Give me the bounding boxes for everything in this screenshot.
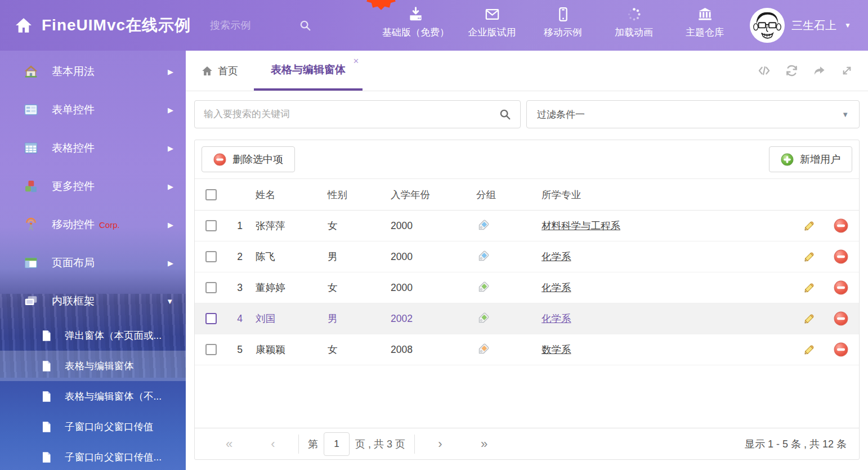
row-index: 5 bbox=[227, 344, 250, 356]
tab-bar: 首页 表格与编辑窗体 ✕ bbox=[186, 51, 868, 91]
refresh-icon[interactable] bbox=[785, 64, 798, 77]
row-gender: 男 bbox=[322, 312, 385, 325]
row-gender: 女 bbox=[322, 219, 385, 232]
next-page-icon[interactable]: › bbox=[418, 437, 462, 451]
add-user-button[interactable]: 新增用户 bbox=[769, 146, 852, 172]
table-row-selected[interactable]: 4 刘国 男 2002 化学系 bbox=[195, 303, 859, 334]
row-name: 董婷婷 bbox=[250, 281, 322, 294]
envelope-icon bbox=[485, 7, 500, 22]
tag-icon[interactable] bbox=[476, 219, 490, 232]
avatar bbox=[750, 8, 785, 43]
delete-icon[interactable] bbox=[834, 342, 848, 357]
chevron-down-icon: ▼ bbox=[842, 110, 849, 119]
sidebar-subitem-grid-edit-window[interactable]: 表格与编辑窗体 bbox=[0, 351, 186, 381]
edit-icon[interactable] bbox=[802, 311, 817, 326]
nav-item-theme-repo[interactable]: 主题仓库 bbox=[677, 7, 733, 39]
delete-icon[interactable] bbox=[834, 311, 848, 326]
table-row[interactable]: 1 张萍萍 女 2000 材料科学与工程系 bbox=[195, 211, 859, 241]
row-name: 张萍萍 bbox=[250, 219, 322, 232]
delete-icon[interactable] bbox=[834, 249, 848, 264]
cubes-icon bbox=[24, 179, 38, 194]
nav-item-enterprise-trial[interactable]: 企业版试用 bbox=[464, 7, 520, 39]
header-search-input[interactable] bbox=[210, 20, 294, 32]
tab-grid-edit-window[interactable]: 表格与编辑窗体 ✕ bbox=[254, 51, 363, 91]
page-icon bbox=[41, 360, 52, 372]
filter-value: 过滤条件一 bbox=[537, 108, 585, 121]
home-icon bbox=[202, 65, 213, 77]
col-name: 姓名 bbox=[250, 188, 322, 202]
sidebar-item-form-controls[interactable]: 表单控件 ▶ bbox=[0, 91, 186, 129]
select-all-checkbox[interactable] bbox=[205, 189, 217, 200]
chevron-right-icon: ▶ bbox=[168, 221, 173, 229]
row-gender: 女 bbox=[322, 281, 385, 294]
keyword-search bbox=[194, 100, 521, 128]
page-icon bbox=[41, 421, 52, 433]
tag-icon[interactable] bbox=[476, 312, 490, 325]
sidebar-item-mobile-controls[interactable]: 移动控件 Corp. ▶ bbox=[0, 205, 186, 244]
sidebar-item-iframe[interactable]: 内联框架 ▼ bbox=[0, 282, 186, 320]
row-checkbox[interactable] bbox=[205, 251, 217, 262]
last-page-icon[interactable]: » bbox=[462, 437, 506, 451]
sidebar-item-page-layout[interactable]: 页面布局 ▶ bbox=[0, 244, 186, 282]
tag-icon[interactable] bbox=[476, 250, 490, 263]
row-name: 刘国 bbox=[250, 312, 322, 325]
minus-circle-icon bbox=[213, 153, 226, 166]
phone-icon bbox=[556, 7, 571, 22]
sidebar-item-grid-controls[interactable]: 表格控件 ▶ bbox=[0, 129, 186, 167]
sidebar-subitem-child-to-parent-alt[interactable]: 子窗口向父窗口传值... bbox=[0, 442, 186, 470]
code-icon[interactable] bbox=[758, 64, 771, 77]
major-link[interactable]: 化学系 bbox=[542, 282, 571, 293]
table-row[interactable]: 2 陈飞 男 2000 化学系 bbox=[195, 241, 859, 272]
delete-selected-button[interactable]: 删除选中项 bbox=[202, 146, 295, 172]
expand-icon[interactable] bbox=[840, 64, 853, 77]
nav-item-loading-animation[interactable]: 加载动画 bbox=[606, 7, 662, 39]
row-checkbox[interactable] bbox=[205, 313, 217, 324]
sidebar-subitem-grid-edit-window-alt[interactable]: 表格与编辑窗体（不... bbox=[0, 381, 186, 411]
row-checkbox[interactable] bbox=[205, 282, 217, 293]
spinner-icon bbox=[627, 7, 642, 22]
filter-dropdown[interactable]: 过滤条件一 ▼ bbox=[526, 100, 860, 128]
tag-icon[interactable] bbox=[476, 343, 490, 356]
delete-icon[interactable] bbox=[834, 280, 848, 295]
major-link[interactable]: 化学系 bbox=[542, 251, 571, 262]
keyword-search-input[interactable] bbox=[204, 109, 499, 120]
table-row[interactable]: 5 康颖颖 女 2008 数学系 bbox=[195, 334, 859, 365]
delete-icon[interactable] bbox=[834, 218, 848, 233]
tab-home[interactable]: 首页 bbox=[186, 51, 254, 91]
tag-icon[interactable] bbox=[476, 281, 490, 294]
page-icon bbox=[41, 330, 52, 342]
chevron-right-icon: ▶ bbox=[168, 106, 173, 114]
record-summary: 显示 1 - 5 条 , 共 12 条 bbox=[745, 437, 847, 451]
close-icon[interactable]: ✕ bbox=[353, 57, 359, 65]
row-checkbox[interactable] bbox=[205, 344, 217, 355]
tab-actions bbox=[758, 51, 868, 91]
search-icon[interactable] bbox=[299, 19, 311, 32]
brand[interactable]: FineUIMvc在线示例 bbox=[0, 15, 191, 36]
table-row[interactable]: 3 董婷婷 女 2000 化学系 bbox=[195, 272, 859, 303]
major-link[interactable]: 材料科学与工程系 bbox=[542, 220, 620, 231]
page-icon bbox=[41, 451, 52, 463]
edit-icon[interactable] bbox=[802, 342, 817, 357]
major-link[interactable]: 数学系 bbox=[542, 344, 571, 355]
header-search[interactable] bbox=[210, 19, 325, 32]
edit-icon[interactable] bbox=[802, 280, 817, 295]
sidebar-item-basic-usage[interactable]: 基本用法 ▶ bbox=[0, 52, 186, 91]
prev-page-icon[interactable]: ‹ bbox=[251, 437, 295, 451]
share-icon[interactable] bbox=[813, 64, 826, 77]
major-link[interactable]: 化学系 bbox=[542, 313, 571, 324]
nav-item-basic-edition[interactable]: FREE! 基础版（免费） bbox=[382, 7, 449, 39]
page-content: 过滤条件一 ▼ 删除选中项 新增用户 bbox=[186, 91, 868, 460]
sidebar-subitem-popup-window[interactable]: 弹出窗体（本页面或... bbox=[0, 320, 186, 351]
nav-item-mobile-demo[interactable]: 移动示例 bbox=[535, 7, 591, 39]
user-menu[interactable]: 三生石上 ▼ bbox=[750, 8, 868, 43]
sidebar-subitem-child-to-parent[interactable]: 子窗口向父窗口传值 bbox=[0, 411, 186, 442]
edit-icon[interactable] bbox=[802, 249, 817, 264]
first-page-icon[interactable]: « bbox=[207, 437, 251, 451]
row-checkbox[interactable] bbox=[205, 220, 217, 231]
search-icon[interactable] bbox=[499, 108, 511, 120]
top-header: FineUIMvc在线示例 FREE! 基础版（免费） 企业版试用 移动示例 加… bbox=[0, 0, 868, 51]
row-year: 2008 bbox=[385, 344, 471, 356]
sidebar-item-more-controls[interactable]: 更多控件 ▶ bbox=[0, 167, 186, 205]
edit-icon[interactable] bbox=[802, 218, 817, 233]
page-number-input[interactable] bbox=[324, 432, 350, 456]
